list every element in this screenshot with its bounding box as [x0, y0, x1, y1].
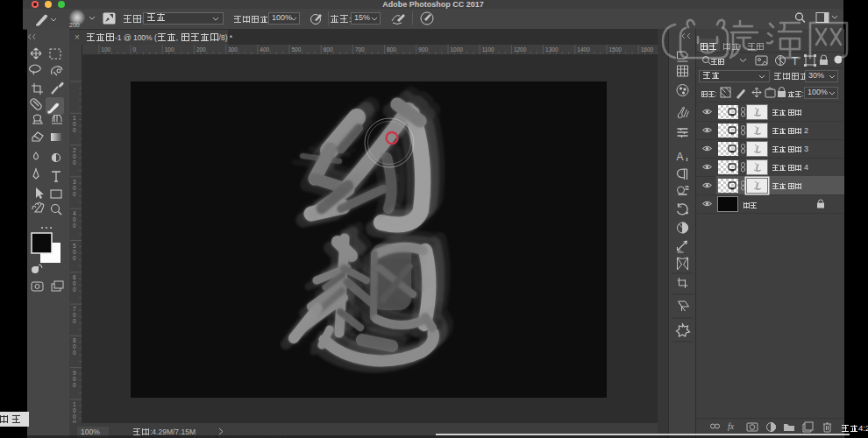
- svg-text:0: 0: [73, 121, 76, 127]
- svg-text:2: 2: [73, 147, 76, 153]
- svg-text:3: 3: [73, 179, 76, 185]
- svg-text:1300: 1300: [545, 46, 559, 53]
- svg-text:900: 900: [418, 46, 428, 53]
- svg-text:100: 100: [101, 46, 110, 53]
- svg-text:1000: 1000: [451, 46, 464, 53]
- svg-text:300: 300: [228, 46, 238, 53]
- svg-text:0: 0: [73, 286, 76, 293]
- svg-text:0: 0: [73, 312, 76, 318]
- svg-text:0: 0: [73, 382, 76, 388]
- svg-text:0: 0: [73, 127, 76, 133]
- svg-text:0: 0: [73, 343, 76, 350]
- svg-text:400: 400: [260, 46, 269, 53]
- svg-text:0: 0: [133, 46, 137, 53]
- svg-text:0: 0: [73, 407, 76, 413]
- svg-text:0: 0: [73, 159, 76, 166]
- svg-text:0: 0: [73, 350, 76, 356]
- svg-text:500: 500: [292, 46, 302, 53]
- svg-text:0: 0: [73, 413, 76, 420]
- svg-text:0: 0: [73, 318, 76, 324]
- svg-text:5: 5: [73, 243, 76, 249]
- svg-text:0: 0: [73, 216, 76, 223]
- svg-text:0: 0: [73, 376, 76, 382]
- svg-text:0: 0: [73, 280, 76, 286]
- svg-text:600: 600: [324, 46, 333, 53]
- svg-text:0: 0: [73, 185, 76, 191]
- svg-text:1: 1: [73, 401, 76, 407]
- svg-text:1500: 1500: [609, 46, 623, 53]
- svg-text:6: 6: [73, 274, 76, 280]
- svg-text:0: 0: [73, 223, 76, 229]
- svg-text:1100: 1100: [482, 46, 494, 53]
- svg-text:0: 0: [73, 255, 76, 261]
- svg-text:1400: 1400: [577, 46, 590, 53]
- svg-text:100: 100: [165, 46, 174, 53]
- svg-text:4: 4: [73, 210, 76, 216]
- svg-text:0: 0: [73, 153, 76, 159]
- svg-text:1200: 1200: [514, 46, 527, 53]
- svg-text:200: 200: [196, 46, 206, 53]
- svg-text:8: 8: [73, 337, 76, 343]
- svg-text:fx: fx: [728, 421, 735, 431]
- svg-text:9: 9: [73, 370, 76, 376]
- svg-text:0: 0: [73, 191, 76, 197]
- svg-text:1: 1: [73, 115, 76, 121]
- svg-text:0: 0: [73, 249, 76, 255]
- svg-text:A: A: [677, 151, 684, 163]
- svg-text:700: 700: [355, 46, 365, 53]
- svg-text:800: 800: [387, 46, 396, 53]
- svg-text:7: 7: [73, 306, 76, 312]
